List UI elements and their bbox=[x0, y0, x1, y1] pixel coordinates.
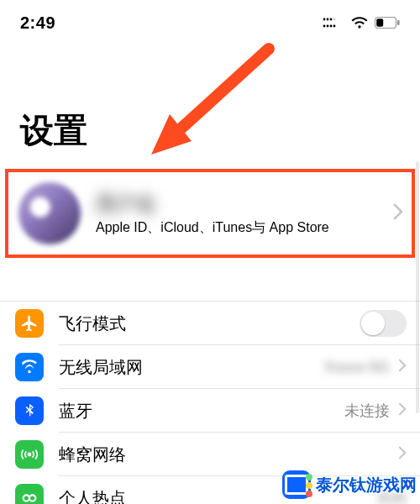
svg-point-5 bbox=[327, 25, 329, 28]
chevron-right-icon bbox=[398, 446, 407, 463]
chevron-right-icon bbox=[398, 359, 407, 375]
airplane-toggle[interactable] bbox=[360, 310, 407, 337]
cellular-icon bbox=[15, 440, 44, 469]
row-label: 蓝牙 bbox=[59, 400, 344, 423]
svg-rect-10 bbox=[397, 20, 400, 25]
row-wifi[interactable]: 无线局域网 Xxxxx-5G bbox=[0, 345, 420, 389]
wifi-icon bbox=[351, 17, 368, 29]
wifi-app-icon bbox=[15, 353, 44, 381]
airplane-icon bbox=[15, 309, 44, 338]
scrollbar[interactable] bbox=[416, 161, 419, 413]
dual-signal-icon bbox=[323, 16, 344, 29]
svg-point-13 bbox=[29, 454, 31, 456]
watermark: 泰尔钛游戏网 bbox=[282, 470, 417, 499]
svg-point-1 bbox=[327, 18, 329, 21]
row-label: 蜂窝网络 bbox=[59, 444, 398, 466]
row-label: 飞行模式 bbox=[59, 312, 360, 335]
svg-point-6 bbox=[330, 25, 333, 28]
chevron-right-icon bbox=[393, 203, 403, 223]
chevron-right-icon bbox=[398, 402, 407, 419]
status-icons bbox=[323, 16, 400, 29]
account-subtitle: Apple ID、iCloud、iTunes与 App Store bbox=[96, 219, 378, 237]
row-airplane-mode[interactable]: 飞行模式 bbox=[0, 302, 420, 345]
row-label: 无线局域网 bbox=[59, 356, 324, 379]
status-time: 2:49 bbox=[20, 13, 55, 33]
svg-point-2 bbox=[330, 18, 333, 21]
bluetooth-icon bbox=[15, 396, 44, 425]
svg-point-3 bbox=[333, 18, 336, 21]
svg-point-0 bbox=[323, 18, 326, 21]
svg-point-7 bbox=[333, 25, 336, 28]
hotspot-icon bbox=[15, 484, 44, 504]
battery-icon bbox=[375, 17, 400, 29]
watermark-text: 泰尔钛游戏网 bbox=[316, 474, 417, 496]
apple-id-row[interactable]: 用户名 Apple ID、iCloud、iTunes与 App Store bbox=[5, 169, 415, 258]
avatar bbox=[18, 182, 81, 244]
svg-point-15 bbox=[29, 495, 35, 501]
page-title: 设置 bbox=[0, 37, 420, 169]
watermark-logo-icon bbox=[282, 470, 311, 499]
row-bluetooth[interactable]: 蓝牙 未连接 bbox=[0, 389, 420, 433]
status-bar: 2:49 bbox=[0, 0, 420, 37]
svg-point-4 bbox=[323, 25, 326, 28]
account-name: 用户名 bbox=[96, 191, 197, 213]
svg-rect-9 bbox=[376, 18, 383, 27]
bluetooth-value: 未连接 bbox=[344, 401, 390, 421]
section-gap bbox=[0, 266, 420, 302]
wifi-value: Xxxxx-5G bbox=[324, 359, 390, 376]
